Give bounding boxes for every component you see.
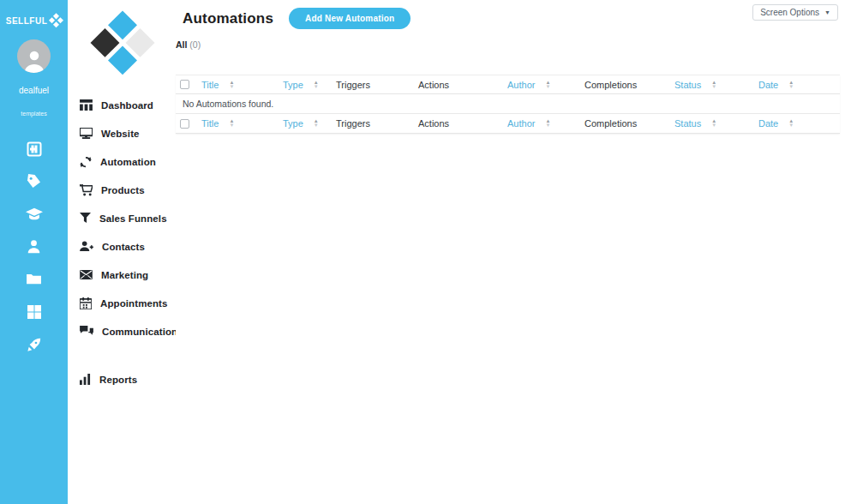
site-logo (88, 10, 156, 78)
column-title[interactable]: Title (201, 80, 219, 90)
sort-status-icon[interactable]: ▲▼ (711, 81, 716, 89)
sort-author-icon[interactable]: ▲▼ (545, 81, 550, 89)
website-icon (80, 128, 93, 139)
column-status[interactable]: Status (674, 80, 701, 90)
sidebar-item-label: Sales Funnels (99, 213, 167, 224)
table-footer-row: Title▲▼ Type▲▼ Triggers Actions Author▲▼… (176, 114, 840, 134)
column-author[interactable]: Author (507, 80, 535, 90)
sidebar-item-label: Contacts (102, 242, 145, 252)
sort-type-footer-icon[interactable]: ▲▼ (314, 119, 319, 128)
sidebar-item-label: Marketing (101, 270, 148, 280)
graduation-icon (26, 207, 43, 221)
select-all-checkbox[interactable] (180, 80, 189, 89)
chevron-down-icon: ▼ (824, 9, 830, 15)
rail-icon-list (0, 140, 68, 353)
sidebar-item-appointments[interactable]: Appointments (68, 289, 176, 317)
sidebar-item-contacts[interactable]: Contacts (68, 232, 176, 261)
automations-table: Title▲▼ Type▲▼ Triggers Actions Author▲▼… (176, 75, 840, 134)
sliders-icon (27, 141, 42, 157)
sidebar-item-label: Dashboard (101, 100, 153, 111)
table-header-row: Title▲▼ Type▲▼ Triggers Actions Author▲▼… (176, 75, 840, 94)
screen-options-button[interactable]: Screen Options ▼ (752, 4, 838, 21)
sort-date-footer-icon[interactable]: ▲▼ (788, 119, 794, 128)
sidebar-item-reports[interactable]: Reports (68, 365, 176, 393)
sidebar-item-label: Automation (100, 157, 156, 167)
automation-icon (80, 156, 92, 168)
sidebar-item-website[interactable]: Website (68, 119, 176, 147)
filter-all-count: (0) (189, 39, 201, 50)
sellful-brand[interactable]: SELLFUL (0, 15, 68, 27)
blue-sidebar: SELLFUL dealfuel templates (0, 0, 68, 504)
page-title: Automations (183, 10, 273, 27)
sidebar-item-marketing[interactable]: Marketing (68, 261, 176, 289)
column-type-footer[interactable]: Type (283, 118, 303, 129)
sidebar-item-products[interactable]: Products (68, 176, 176, 204)
sellful-logo-text: SELLFUL (6, 16, 48, 26)
table-empty-row: No Automations found. (176, 94, 840, 114)
sidebar-item-label: Website (101, 129, 140, 139)
nav-sidebar: Dashboard Website Automation Products Sa… (68, 0, 176, 504)
column-date-footer[interactable]: Date (758, 118, 778, 129)
plan-label: templates (0, 111, 68, 117)
avatar[interactable] (17, 39, 51, 73)
sidebar-item-dashboard[interactable]: Dashboard (68, 91, 176, 119)
column-completions-footer: Completions (584, 118, 637, 129)
sidebar-item-automation[interactable]: Automation (68, 147, 176, 176)
select-all-checkbox-footer[interactable] (180, 119, 189, 129)
sort-date-icon[interactable]: ▲▼ (788, 81, 794, 89)
rail-graduation-button[interactable] (25, 205, 44, 223)
empty-message: No Automations found. (183, 99, 273, 109)
column-completions: Completions (584, 80, 637, 90)
sort-status-footer-icon[interactable]: ▲▼ (711, 119, 716, 128)
appointments-icon (80, 297, 92, 309)
column-title-footer[interactable]: Title (201, 118, 219, 129)
reports-icon (80, 374, 91, 385)
sort-title-icon[interactable]: ▲▼ (229, 81, 234, 89)
rail-tag-button[interactable] (25, 172, 44, 190)
sellful-logo-icon (49, 13, 64, 28)
rail-grid-button[interactable] (25, 303, 44, 321)
user-icon (27, 239, 41, 254)
rocket-icon (27, 337, 42, 352)
communication-icon (80, 326, 93, 337)
rail-sliders-button[interactable] (25, 140, 44, 158)
dashboard-icon (80, 99, 93, 111)
app-window: SELLFUL dealfuel templates (0, 0, 857, 504)
column-author-footer[interactable]: Author (507, 118, 535, 129)
sort-type-icon[interactable]: ▲▼ (314, 81, 319, 89)
column-date[interactable]: Date (758, 80, 778, 90)
filter-all-link[interactable]: All (176, 39, 187, 50)
sidebar-item-label: Products (101, 185, 145, 195)
main-content: Screen Options ▼ Automations Add New Aut… (176, 0, 857, 504)
products-icon (80, 184, 93, 196)
column-type[interactable]: Type (283, 80, 303, 90)
column-triggers: Triggers (336, 80, 370, 90)
person-silhouette-icon (21, 47, 47, 73)
column-actions: Actions (418, 80, 449, 90)
sidebar-item-communication[interactable]: Communication (68, 317, 176, 345)
nav-menu: Dashboard Website Automation Products Sa… (68, 91, 176, 393)
folder-icon (26, 273, 42, 285)
sort-title-footer-icon[interactable]: ▲▼ (229, 119, 234, 128)
add-new-automation-button[interactable]: Add New Automation (289, 8, 411, 29)
column-actions-footer: Actions (418, 118, 449, 129)
sidebar-item-label: Appointments (100, 298, 168, 309)
sidebar-item-label: Communication (102, 327, 177, 337)
sort-author-footer-icon[interactable]: ▲▼ (545, 119, 550, 128)
column-status-footer[interactable]: Status (674, 118, 701, 129)
marketing-icon (80, 270, 93, 279)
rail-folder-button[interactable] (25, 270, 44, 288)
contacts-icon (80, 241, 93, 252)
grid-icon (27, 305, 41, 319)
sidebar-item-sales-funnels[interactable]: Sales Funnels (68, 204, 176, 232)
filter-row: All (0) (176, 39, 201, 50)
column-triggers-footer: Triggers (336, 118, 370, 129)
sidebar-item-label: Reports (99, 375, 137, 385)
rail-user-button[interactable] (25, 237, 44, 255)
rail-rocket-button[interactable] (25, 335, 44, 353)
sales-funnels-icon (80, 213, 91, 224)
tag-icon (26, 173, 42, 189)
screen-options-label: Screen Options (760, 8, 819, 17)
username-label: dealfuel (0, 86, 68, 95)
